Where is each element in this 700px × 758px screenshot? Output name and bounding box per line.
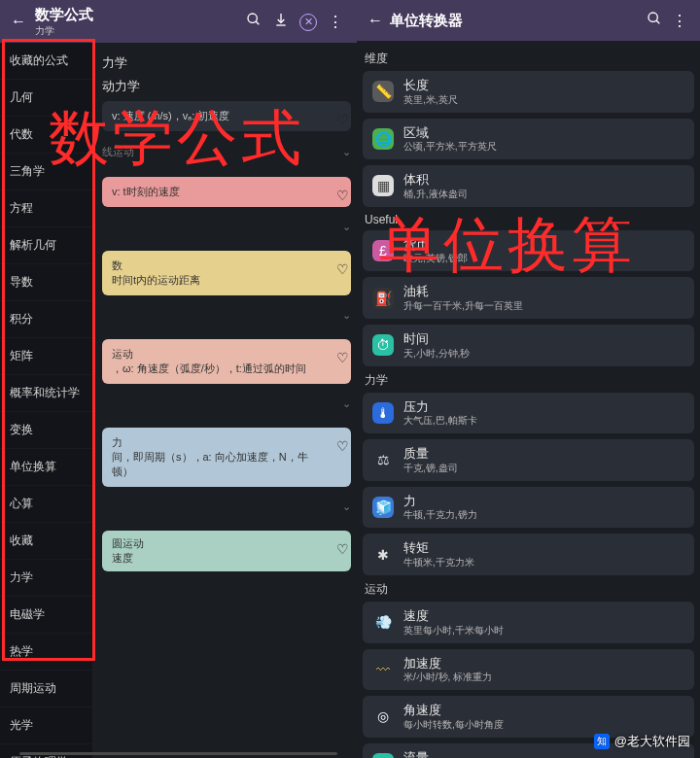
unit-tile[interactable]: 📏长度英里,米,英尺 — [363, 71, 694, 113]
unit-tile[interactable]: 🧊力牛顿,千克力,镑力 — [363, 487, 694, 529]
sidebar: 收藏的公式几何代数三角学方程解析几何导数积分矩阵概率和统计学变换单位换算心算收藏… — [0, 43, 92, 758]
sidebar-item[interactable]: 几何 — [0, 80, 92, 117]
header-subtitle: 力学 — [35, 24, 240, 38]
tile-icon: 🧊 — [372, 497, 394, 518]
header-titles: 数学公式 力学 — [29, 6, 240, 38]
tile-sub: 牛顿米,千克力米 — [403, 556, 474, 568]
sidebar-item[interactable]: 代数 — [0, 117, 92, 154]
heart-icon[interactable]: ♡ — [332, 185, 353, 206]
formula-card[interactable]: v: t时刻的速度 ♡ — [102, 177, 351, 207]
tile-text: 流量升每分,加仑每分 — [403, 750, 474, 758]
group-row[interactable]: 线运动 ⌄ — [102, 145, 351, 159]
tile-sub: 欧元,英镑,镑郎 — [403, 252, 468, 264]
tile-icon: ⏱ — [372, 334, 394, 356]
section-label: 维度 — [365, 51, 692, 67]
chevron-down-icon: ⌄ — [342, 397, 351, 410]
sidebar-item[interactable]: 概率和统计学 — [0, 375, 92, 412]
heart-icon[interactable]: ♡ — [332, 435, 353, 457]
sidebar-item[interactable]: 解析几何 — [0, 227, 92, 264]
unit-tile[interactable]: 〰加速度米/小时/秒, 标准重力 — [363, 649, 694, 691]
more-icon[interactable]: ⋮ — [667, 12, 692, 30]
sidebar-item[interactable]: 收藏 — [0, 523, 92, 560]
tile-title: 转矩 — [403, 540, 474, 556]
left-content[interactable]: 力学 动力学 v: 速度 (m/s)，vₐ: 初速度 ♡ 线运动 ⌄ v: t时… — [92, 43, 357, 758]
heart-icon[interactable]: ♡ — [332, 538, 353, 560]
sidebar-item[interactable]: 原子物理学 — [0, 744, 92, 758]
sidebar-item[interactable]: 变换 — [0, 412, 92, 449]
unit-tile[interactable]: ≋流量升每分,加仑每分 — [363, 743, 694, 758]
tile-icon: ▦ — [372, 175, 394, 196]
sidebar-item[interactable]: 收藏的公式 — [0, 43, 92, 80]
close-circle-icon[interactable]: ✕ — [295, 12, 322, 31]
formula-card[interactable]: 运动 ，ω: 角速度（弧度/秒），t:通过弧的时间 ♡ — [102, 339, 351, 384]
formula-card[interactable]: 圆运动 速度 ♡ — [102, 531, 351, 571]
tile-icon: ≋ — [372, 753, 394, 758]
unit-tile[interactable]: 💨速度英里每小时,千米每小时 — [363, 602, 694, 643]
sidebar-item[interactable]: 矩阵 — [0, 338, 92, 375]
tile-sub: 天,小时,分钟,秒 — [403, 347, 470, 360]
back-icon[interactable]: ← — [8, 13, 29, 30]
card-text: 速度 — [112, 551, 341, 566]
sidebar-item[interactable]: 力学 — [0, 560, 92, 597]
sidebar-item[interactable]: 三角学 — [0, 154, 92, 190]
unit-tile[interactable]: ⚖质量千克,镑,盎司 — [363, 439, 694, 481]
tile-sub: 牛顿,千克力,镑力 — [403, 508, 477, 521]
tile-icon: 🌡 — [372, 402, 394, 424]
tile-text: 体积桶,升,液体盎司 — [403, 172, 468, 200]
tile-title: 体积 — [403, 172, 468, 188]
left-header: ← 数学公式 力学 ✕ ⋮ — [0, 0, 357, 43]
tile-icon: ⛽ — [372, 288, 394, 309]
group-row[interactable]: ⌄ — [102, 500, 351, 513]
sidebar-item[interactable]: 积分 — [0, 301, 92, 338]
tile-title: 区域 — [403, 125, 497, 141]
card-title: 圆运动 — [112, 536, 341, 551]
search-icon[interactable] — [642, 11, 667, 30]
unit-tile[interactable]: 🌡压力大气压,巴,帕斯卡 — [363, 393, 694, 434]
tile-icon: 〰 — [372, 659, 394, 680]
card-title: 力 — [112, 435, 324, 450]
sidebar-item[interactable]: 热学 — [0, 634, 92, 671]
unit-tile[interactable]: £货币欧元,英镑,镑郎 — [363, 230, 694, 272]
more-icon[interactable]: ⋮ — [322, 13, 349, 31]
tile-title: 力 — [403, 494, 477, 509]
sidebar-item[interactable]: 心算 — [0, 486, 92, 523]
tile-sub: 英里,米,英尺 — [403, 93, 458, 106]
back-icon[interactable]: ← — [365, 12, 386, 29]
formula-card[interactable]: v: 速度 (m/s)，vₐ: 初速度 ♡ — [102, 101, 351, 131]
search-icon[interactable] — [240, 12, 267, 31]
unit-tile[interactable]: 🌐区域公顷,平方米,平方英尺 — [363, 119, 694, 160]
tile-title: 加速度 — [403, 656, 492, 672]
download-icon[interactable] — [267, 12, 295, 31]
tile-icon: ✱ — [372, 544, 394, 566]
group-row[interactable]: ⌄ — [102, 397, 351, 410]
sidebar-item[interactable]: 光学 — [0, 707, 92, 744]
header-title: 单位转换器 — [386, 12, 642, 30]
tile-icon: 🌐 — [372, 128, 394, 150]
heart-icon[interactable]: ♡ — [332, 258, 353, 280]
formula-card[interactable]: 力 间，即周期（s），a: 向心加速度，N，牛顿） ♡ — [102, 428, 351, 487]
group-row[interactable]: ⌄ — [102, 221, 351, 233]
unit-tile[interactable]: ▦体积桶,升,液体盎司 — [363, 165, 694, 207]
tile-sub: 大气压,巴,帕斯卡 — [403, 414, 477, 427]
section-label: 运动 — [365, 581, 692, 598]
sidebar-item[interactable]: 电磁学 — [0, 597, 92, 634]
unit-tile[interactable]: ✱转矩牛顿米,千克力米 — [363, 534, 694, 575]
heart-icon[interactable]: ♡ — [332, 347, 353, 368]
group-row[interactable]: ⌄ — [102, 309, 351, 322]
sidebar-item[interactable]: 单位换算 — [0, 449, 92, 486]
tile-sub: 英里每小时,千米每小时 — [403, 624, 504, 637]
sidebar-item[interactable]: 周期运动 — [0, 671, 92, 707]
unit-tile[interactable]: ◎角速度每小时转数,每小时角度 — [363, 696, 694, 738]
tile-text: 力牛顿,千克力,镑力 — [403, 494, 477, 522]
card-text: 时间t内的运动距离 — [112, 273, 324, 288]
sidebar-item[interactable]: 导数 — [0, 264, 92, 301]
unit-tile[interactable]: ⛽油耗升每一百千米,升每一百英里 — [363, 277, 694, 319]
formula-card[interactable]: 数 时间t内的运动距离 ♡ — [102, 251, 351, 295]
svg-point-2 — [648, 13, 657, 21]
heart-icon[interactable]: ♡ — [332, 109, 353, 130]
right-body[interactable]: 维度📏长度英里,米,英尺🌐区域公顷,平方米,平方英尺▦体积桶,升,液体盎司Use… — [357, 41, 700, 758]
unit-tile[interactable]: ⏱时间天,小时,分钟,秒 — [363, 325, 694, 366]
chevron-down-icon: ⌄ — [342, 221, 351, 233]
sidebar-item[interactable]: 方程 — [0, 190, 92, 227]
right-header: ← 单位转换器 ⋮ — [357, 0, 700, 41]
